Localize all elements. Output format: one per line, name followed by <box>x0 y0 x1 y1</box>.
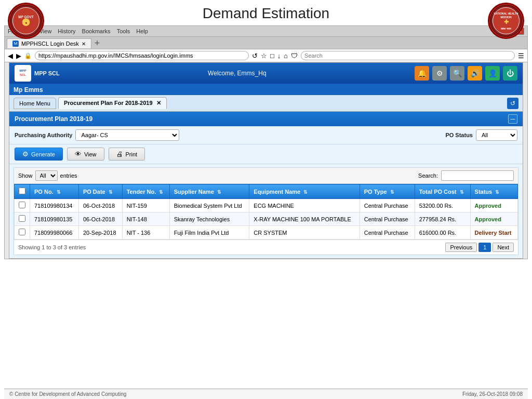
po-no-column-header[interactable]: PO No. ⇅ <box>30 184 79 199</box>
equipment-name-cell: ECG MACHINE <box>249 199 360 212</box>
view-icon: 👁 <box>75 150 82 158</box>
settings-icon[interactable]: ⚙ <box>432 66 447 81</box>
po-status-group: PO Status All <box>445 129 517 141</box>
po-no-sort-icon: ⇅ <box>57 190 61 195</box>
equipment-name-column-header[interactable]: Equipment Name ⇅ <box>249 184 360 199</box>
show-entries-group: Show All 10 25 50 entries <box>18 170 77 181</box>
home-icon[interactable]: ⌂ <box>284 52 288 60</box>
action-bar: ⚙ Generate 👁 View 🖨 Print <box>9 144 523 164</box>
po-date-column-header[interactable]: PO Date ⇅ <box>78 184 122 199</box>
shield-icon[interactable]: 🛡 <box>291 52 298 60</box>
supplier-name-cell: Skanray Technologies <box>169 212 249 226</box>
browser-tab[interactable]: M MPPHSCL Login Desk ✕ <box>7 38 91 48</box>
tab-favicon-icon: M <box>12 41 19 47</box>
tender-no-sort-icon: ⇅ <box>159 190 163 195</box>
menu-help[interactable]: Help <box>136 28 148 34</box>
app-header-bar: MPP SCL MPP SCL Welcome, Emms_Hq 🔔 ⚙ 🔍 🔊… <box>9 63 523 84</box>
status-sort-icon: ⇅ <box>495 190 499 195</box>
app-icon-group[interactable]: 🔔 ⚙ 🔍 🔊 👤 ⏻ <box>415 66 517 81</box>
table-row: 718109980135 06-Oct-2018 NIT-148 Skanray… <box>15 212 518 226</box>
tabs-bar: Home Menu Procurement Plan For 2018-2019… <box>9 95 523 112</box>
status-column-header[interactable]: Status ⇅ <box>470 184 517 199</box>
supplier-name-column-header[interactable]: Supplier Name ⇅ <box>169 184 249 199</box>
browser-chrome: File Edit View History Bookmarks Tools H… <box>4 25 528 259</box>
right-logo-icon: NATIONAL HEALTH MISSION ✚ स्वस्थ भारत <box>488 3 524 39</box>
tab-close-icon[interactable]: ✕ <box>82 41 86 47</box>
next-button[interactable]: Next <box>493 243 514 252</box>
procurement-plan-tab[interactable]: Procurement Plan For 2018-2019 ✕ <box>58 97 167 109</box>
previous-button[interactable]: Previous <box>445 243 477 252</box>
bookmark-icon[interactable]: □ <box>270 52 274 60</box>
total-po-cost-column-header[interactable]: Total PO Cost ⇅ <box>415 184 470 199</box>
reload-button[interactable]: ↺ <box>252 52 258 60</box>
svg-text:SCL: SCL <box>20 73 26 76</box>
menu-bookmarks[interactable]: Bookmarks <box>82 28 111 34</box>
row-checkbox-0[interactable] <box>19 202 25 208</box>
svg-text:✚: ✚ <box>504 19 509 25</box>
po-type-cell: Central Purchase <box>360 199 415 212</box>
tender-no-column-header[interactable]: Tender No. ⇅ <box>122 184 169 199</box>
supplier-name-header-label: Supplier Name <box>174 189 214 195</box>
status-cell: Delivery Start <box>470 226 517 240</box>
logo-left: MP GOVT ★ <box>8 3 44 39</box>
po-type-column-header[interactable]: PO Type ⇅ <box>360 184 415 199</box>
browser-menubar: File Edit View History Bookmarks Tools H… <box>5 26 527 37</box>
user-icon[interactable]: 👤 <box>485 66 500 81</box>
app-navbar: Mp Emms <box>9 84 523 95</box>
address-input[interactable] <box>35 51 249 60</box>
tender-no-cell: NIT-159 <box>122 199 169 212</box>
back-button[interactable]: ◀ <box>8 52 13 60</box>
po-no-cell: 718109980134 <box>30 199 79 212</box>
audio-icon[interactable]: 🔊 <box>468 66 482 81</box>
browser-addressbar: ◀ ▶ 🔒 ↺ ☆ □ ↓ ⌂ 🛡 ☰ <box>5 49 527 62</box>
table-search-area: Search: <box>418 170 514 181</box>
section-collapse-button[interactable]: ─ <box>508 114 517 124</box>
app-footer: © Centre for Development of Advanced Com… <box>4 389 528 399</box>
print-button[interactable]: 🖨 Print <box>109 148 145 161</box>
section-title: Procurement Plan 2018-19 <box>15 115 92 123</box>
page-1-button[interactable]: 1 <box>478 243 491 252</box>
purchasing-authority-select[interactable]: Aagar- CS <box>75 129 179 141</box>
new-tab-button[interactable]: + <box>95 38 100 49</box>
download-icon[interactable]: ↓ <box>277 52 281 60</box>
select-all-checkbox[interactable] <box>19 188 25 194</box>
page-title: Demand Estimation <box>203 5 329 22</box>
generate-button[interactable]: ⚙ Generate <box>15 148 63 161</box>
view-label: View <box>84 151 97 157</box>
logo-right: NATIONAL HEALTH MISSION ✚ स्वस्थ भारत <box>488 3 524 39</box>
tender-no-header-label: Tender No. <box>127 189 156 195</box>
svg-text:स्वस्थ भारत: स्वस्थ भारत <box>500 28 511 30</box>
print-label: Print <box>126 151 138 157</box>
tender-no-cell: NIT-148 <box>122 212 169 226</box>
row-checkbox-2[interactable] <box>19 229 25 235</box>
filter-form-row: Purchasing Authority Aagar- CS PO Status… <box>9 126 523 144</box>
notification-icon[interactable]: 🔔 <box>415 66 429 81</box>
search-icon[interactable]: 🔍 <box>450 66 464 81</box>
menu-tools[interactable]: Tools <box>117 28 130 34</box>
table-search-input[interactable] <box>441 170 514 181</box>
refresh-button[interactable]: ↺ <box>507 98 518 109</box>
po-status-select[interactable]: All <box>476 129 517 141</box>
tab-close-procurement-icon[interactable]: ✕ <box>156 100 161 106</box>
menu-history[interactable]: History <box>58 28 75 34</box>
show-label: Show <box>18 172 33 179</box>
home-menu-tab[interactable]: Home Menu <box>14 98 56 109</box>
browser-search-input[interactable] <box>301 51 515 60</box>
power-icon[interactable]: ⏻ <box>503 66 517 81</box>
forward-button[interactable]: ▶ <box>16 52 21 60</box>
total-po-cost-cell: 53200.00 Rs. <box>415 199 470 212</box>
star-icon[interactable]: ☆ <box>261 52 267 60</box>
tab-label: MPPHSCL Login Desk <box>21 41 79 47</box>
equipment-name-cell: X-RAY MACHINE 100 MA PORTABLE <box>249 212 360 226</box>
checkbox-column-header <box>15 184 30 199</box>
view-button[interactable]: 👁 View <box>67 148 104 161</box>
po-type-header-label: PO Type <box>364 189 387 195</box>
po-date-cell: 06-Oct-2018 <box>78 199 122 212</box>
pagination-buttons[interactable]: Previous 1 Next <box>445 243 514 252</box>
row-checkbox-1[interactable] <box>19 215 25 222</box>
entries-select[interactable]: All 10 25 50 <box>35 170 58 181</box>
table-controls: Show All 10 25 50 entries Search: <box>14 168 518 184</box>
left-logo-icon: MP GOVT ★ <box>8 3 44 39</box>
purchasing-authority-label: Purchasing Authority <box>15 132 72 138</box>
menu-icon[interactable]: ☰ <box>518 52 524 60</box>
